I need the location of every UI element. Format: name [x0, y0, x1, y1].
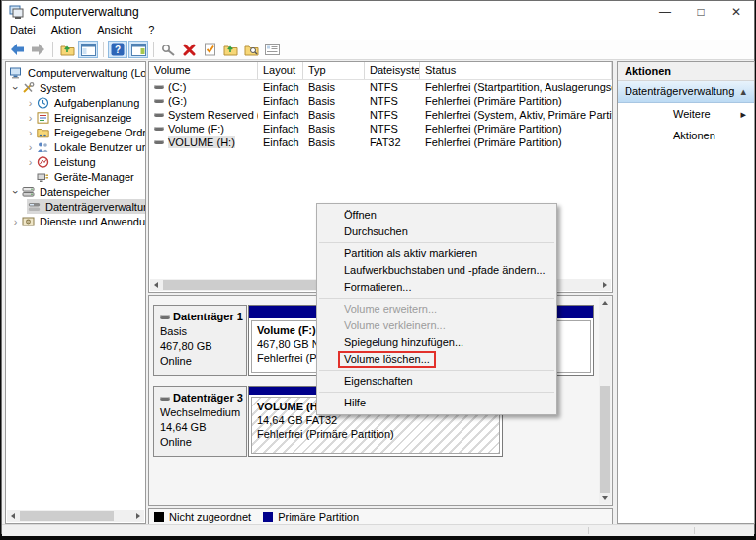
disk-icon [160, 315, 170, 319]
chevron-collapsed-icon[interactable] [25, 156, 36, 168]
rescan-tool-icon[interactable] [158, 41, 178, 58]
show-action-pane-icon[interactable] [128, 41, 148, 58]
chevron-expanded-icon[interactable] [10, 186, 21, 198]
column-header-volume[interactable]: Volume [149, 62, 258, 79]
volume-row-f[interactable]: Volume (F:) Einfach Basis NTFS Fehlerfre… [149, 122, 612, 135]
volume-row-system-reserved[interactable]: System Reserved (D:) Einfach Basis NTFS … [149, 108, 612, 122]
chevron-collapsed-icon[interactable] [25, 141, 36, 153]
menu-separator [319, 392, 554, 393]
scrollbar-thumb[interactable] [600, 386, 610, 495]
disk-management-icon [28, 201, 41, 213]
delete-icon[interactable] [179, 41, 199, 58]
up-level-folder-icon[interactable] [57, 41, 77, 58]
task-scheduler-icon [37, 97, 49, 109]
disk-icon [160, 397, 170, 401]
menu-hilfe[interactable]: ? [140, 23, 162, 40]
column-header-dateisystem[interactable]: Dateisystem [365, 62, 420, 79]
volume-icon [154, 85, 164, 89]
column-header-typ[interactable]: Typ [303, 62, 365, 79]
sidebar-item-lokale-benutzer[interactable]: Lokale Benutzer und Gr [6, 139, 145, 154]
sidebar-item-leistung[interactable]: Leistung [6, 154, 145, 169]
screenshot-root: Computerverwaltung — □ ✕ Datei Aktion An… [0, 0, 756, 540]
legend-unallocated: Nicht zugeordnet [154, 511, 251, 523]
help-icon[interactable]: ? [108, 41, 127, 58]
menu-item-volume-erweitern: Volume erweitern... [317, 301, 556, 317]
volume-row-g[interactable]: (G:) Einfach Basis NTFS Fehlerfrei (Prim… [149, 94, 612, 108]
scroll-left-icon[interactable] [7, 510, 19, 522]
red-highlight-box[interactable]: Volume löschen... [338, 351, 436, 368]
menu-item-formatieren[interactable]: Formatieren... [317, 279, 556, 296]
menu-item-durchsuchen[interactable]: Durchsuchen [317, 224, 556, 240]
sidebar-item-aufgabenplanung[interactable]: Aufgabenplanung [6, 95, 145, 110]
partition-legend: Nicht zugeordnet Primäre Partition [148, 508, 613, 525]
toolbar-separator [103, 42, 104, 57]
column-header-status[interactable]: Status [420, 62, 612, 79]
volume-list-header: Volume Layout Typ Dateisystem Status [149, 62, 612, 80]
app-icon [9, 5, 24, 20]
properties-icon[interactable] [262, 41, 282, 58]
disk-view-vertical-scrollbar[interactable] [599, 297, 611, 504]
check-document-icon[interactable] [200, 41, 219, 58]
menu-item-laufwerkbuchstaben[interactable]: Laufwerkbuchstaben und -pfade ändern... [317, 262, 556, 279]
scroll-right-icon[interactable] [599, 279, 611, 291]
toolbar: ? [2, 40, 754, 60]
minimize-button[interactable]: — [647, 1, 683, 23]
menu-item-volume-loeschen[interactable]: Volume löschen... [317, 351, 556, 368]
sidebar-item-ereignisanzeige[interactable]: Ereignisanzeige [6, 110, 145, 125]
menu-datei[interactable]: Datei [2, 23, 43, 40]
menu-separator [319, 370, 554, 371]
menu-separator [319, 298, 554, 299]
sidebar-item-dienste-und-anwendungen[interactable]: Dienste und Anwendungen [6, 214, 145, 228]
sidebar-item-datentraegerverwaltung[interactable]: Datenträgerverwaltung [6, 199, 145, 214]
close-button[interactable]: ✕ [718, 1, 754, 23]
menu-item-oeffnen[interactable]: Öffnen [317, 207, 556, 224]
folder-up-icon[interactable] [220, 41, 240, 58]
folder-search-icon[interactable] [241, 41, 261, 58]
disk1-label-box[interactable]: Datenträger 1 Basis 467,80 GB Online [153, 305, 247, 376]
menu-aktion[interactable]: Aktion [43, 23, 90, 40]
scroll-left-icon[interactable] [150, 279, 162, 291]
event-viewer-icon [37, 112, 49, 124]
disk3-label-box[interactable]: Datenträger 3 Wechselmedium 14,64 GB Onl… [153, 386, 247, 457]
scrollbar-thumb[interactable] [20, 511, 114, 521]
menu-bar: Datei Aktion Ansicht ? [2, 23, 754, 40]
sidebar-item-system[interactable]: System [6, 80, 145, 95]
system-tools-icon [22, 82, 35, 94]
chevron-collapsed-icon[interactable] [10, 216, 21, 227]
actions-section-datentraegerverwaltung[interactable]: Datenträgerverwaltung [618, 81, 754, 103]
column-header-layout[interactable]: Layout [258, 62, 303, 79]
chevron-collapsed-icon[interactable] [25, 112, 36, 124]
scroll-down-icon[interactable] [599, 493, 611, 504]
forward-icon[interactable] [28, 41, 47, 58]
scroll-up-icon[interactable] [599, 297, 611, 309]
volume-row-h-selected[interactable]: VOLUME (H:) Einfach Basis FAT32 Fehlerfr… [149, 135, 612, 149]
local-users-icon [37, 141, 49, 153]
unallocated-swatch [154, 512, 164, 522]
sidebar-item-freigegebene-ordner[interactable]: Freigegebene Ordner [6, 125, 145, 139]
tree-horizontal-scrollbar[interactable] [7, 510, 144, 522]
show-console-tree-icon[interactable] [78, 41, 98, 58]
scroll-right-icon[interactable] [132, 510, 144, 522]
back-icon[interactable] [7, 41, 27, 58]
volume-row-c[interactable]: (C:) Einfach Basis NTFS Fehlerfrei (Star… [149, 80, 612, 94]
menu-item-partition-aktiv[interactable]: Partition als aktiv markieren [317, 245, 556, 262]
volume-icon [154, 140, 164, 144]
storage-icon [22, 186, 35, 198]
sidebar-item-datenspeicher[interactable]: Datenspeicher [6, 184, 145, 199]
menu-item-eigenschaften[interactable]: Eigenschaften [317, 373, 556, 390]
chevron-collapsed-icon[interactable] [25, 97, 36, 109]
menu-item-hilfe[interactable]: Hilfe [317, 395, 556, 411]
sidebar-item-geraete-manager[interactable]: Geräte-Manager [6, 169, 145, 184]
menu-ansicht[interactable]: Ansicht [89, 23, 140, 40]
menu-separator [319, 242, 554, 243]
toolbar-separator [52, 42, 53, 57]
chevron-expanded-icon[interactable] [10, 82, 21, 94]
chevron-collapsed-icon[interactable] [25, 127, 36, 138]
actions-pane: Aktionen Datenträgerverwaltung Weitere A… [617, 61, 755, 524]
actions-pane-title: Aktionen [618, 62, 754, 81]
maximize-button[interactable]: □ [683, 1, 718, 23]
menu-item-spiegelung-hinzufuegen[interactable]: Spiegelung hinzufügen... [317, 334, 556, 351]
sidebar-item-computerverwaltung[interactable]: Computerverwaltung (Lokal) [6, 65, 145, 80]
more-actions-item[interactable]: Weitere Aktionen [618, 103, 754, 125]
legend-primary-partition: Primäre Partition [263, 511, 359, 523]
